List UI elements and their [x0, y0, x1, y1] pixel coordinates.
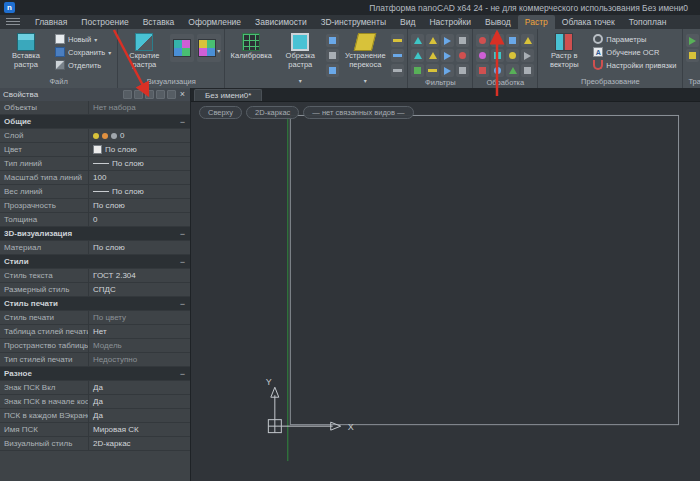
grid-icon[interactable] [145, 90, 154, 99]
props-section-header[interactable]: Стили [0, 255, 190, 269]
tool-icon[interactable] [506, 49, 519, 62]
ribbon-button[interactable] [170, 34, 194, 62]
property-row[interactable]: Тип линийПо слою [0, 157, 190, 171]
property-row[interactable]: ОбъектыНет набора [0, 101, 190, 115]
ribbon-button[interactable]: Новый [52, 33, 114, 45]
tool-icon[interactable] [441, 49, 454, 62]
ribbon-button[interactable]: Параметры [590, 33, 679, 45]
gear-icon[interactable] [167, 90, 176, 99]
tool-icon[interactable] [411, 64, 424, 77]
property-row[interactable]: Слой0 [0, 129, 190, 143]
property-row[interactable]: МатериалПо слою [0, 241, 190, 255]
property-row[interactable]: Имя ПСКМировая СК [0, 423, 190, 437]
tool-icon[interactable] [476, 49, 489, 62]
pin-icon[interactable] [156, 90, 165, 99]
tool-icon[interactable] [426, 49, 439, 62]
cursor-icon[interactable] [123, 90, 132, 99]
property-row[interactable]: Знак ПСК в начале коор...Да [0, 395, 190, 409]
drawing-canvas[interactable]: Сверху 2D-каркас — нет связанных видов —… [191, 102, 700, 481]
ribbon-button[interactable] [197, 34, 221, 62]
ribbon-button[interactable]: Растр в векторы [541, 31, 587, 69]
property-row[interactable]: Знак ПСК ВклДа [0, 381, 190, 395]
tool-icon[interactable] [411, 34, 424, 47]
tool-icon[interactable] [456, 49, 469, 62]
menu-tab[interactable]: 3D-инструменты [314, 15, 393, 29]
tool-icon[interactable] [506, 64, 519, 77]
menu-tab[interactable]: Растр [518, 15, 555, 29]
tool-icon[interactable] [476, 34, 489, 47]
property-row[interactable]: Тип стилей печатиНедоступно [0, 353, 190, 367]
ribbon-button[interactable]: Сохранить [52, 46, 114, 58]
tool-icon[interactable] [391, 34, 404, 47]
tool-icon[interactable] [686, 34, 699, 47]
ribbon-button[interactable]: Вставка растра [3, 31, 49, 69]
document-tab[interactable]: Без имени0* [194, 89, 262, 101]
tool-icon[interactable] [476, 64, 489, 77]
hamburger-menu-icon[interactable] [6, 18, 20, 27]
tool-icon[interactable] [411, 49, 424, 62]
tool-icon[interactable] [391, 64, 404, 77]
menu-tab[interactable]: Топоплан [622, 15, 674, 29]
app-logo-icon[interactable]: n [4, 2, 15, 13]
tool-icon[interactable] [391, 49, 404, 62]
props-section-header[interactable]: Разное [0, 367, 190, 381]
tool-icon[interactable] [426, 34, 439, 47]
property-row[interactable]: Таблица стилей печатиНет [0, 325, 190, 339]
property-row[interactable]: Стиль текстаГОСТ 2.304 [0, 269, 190, 283]
tool-icon[interactable] [326, 64, 339, 77]
props-section-header[interactable]: 3D-визуализация [0, 227, 190, 241]
tool-icon[interactable] [491, 34, 504, 47]
ribbon-group: Трассировка [683, 29, 700, 88]
menu-tab[interactable]: Зависимости [248, 15, 314, 29]
linked-views-button[interactable]: — нет связанных видов — [303, 106, 413, 119]
tool-icon[interactable] [521, 64, 534, 77]
menu-tab[interactable]: Оформление [181, 15, 248, 29]
tool-icon[interactable] [506, 34, 519, 47]
tool-icon[interactable] [441, 64, 454, 77]
property-row[interactable]: Стиль печатиПо цвету [0, 311, 190, 325]
menu-tab[interactable]: Построение [74, 15, 135, 29]
tool-icon[interactable] [521, 34, 534, 47]
ribbon-button[interactable]: Калибровка [228, 31, 274, 61]
property-row[interactable]: Масштаб типа линий100 [0, 171, 190, 185]
menu-tab[interactable]: Вид [393, 15, 422, 29]
tool-icon[interactable] [491, 64, 504, 77]
close-icon[interactable] [178, 90, 187, 99]
ribbon-button[interactable]: Отделить [52, 59, 114, 71]
menu-tab[interactable]: Главная [28, 15, 74, 29]
tool-icon[interactable] [686, 49, 699, 62]
property-row[interactable]: ПСК в каждом ВЭкранеДа [0, 409, 190, 423]
tool-icon[interactable] [441, 34, 454, 47]
filter-icon[interactable] [134, 90, 143, 99]
property-row[interactable]: Визуальный стиль2D-каркас [0, 437, 190, 451]
tool-icon[interactable] [521, 49, 534, 62]
menu-tab[interactable]: Вставка [136, 15, 182, 29]
menu-tab[interactable]: Вывод [478, 15, 518, 29]
ribbon-button[interactable]: Обучение OCR [590, 46, 679, 58]
props-section-header[interactable]: Общие [0, 115, 190, 129]
property-row[interactable]: ПрозрачностьПо слою [0, 199, 190, 213]
tool-icon[interactable] [456, 34, 469, 47]
tool-icon[interactable] [326, 34, 339, 47]
menu-tab[interactable]: Облака точек [555, 15, 622, 29]
property-row[interactable]: Вес линийПо слою [0, 185, 190, 199]
property-row[interactable]: Толщина0 [0, 213, 190, 227]
tool-icon[interactable] [326, 49, 339, 62]
props-section-header[interactable]: Стиль печати [0, 297, 190, 311]
title-bar: n Платформа nanoCAD x64 24 - не для комм… [0, 0, 700, 15]
tool-icon[interactable] [426, 64, 439, 77]
tool-icon[interactable] [491, 49, 504, 62]
menu-tab[interactable]: Настройки [422, 15, 478, 29]
tool-icon[interactable] [456, 64, 469, 77]
property-label: Таблица стилей печати [0, 325, 88, 338]
property-value: Да [88, 381, 190, 394]
ribbon-button[interactable]: Скрытие растра [121, 31, 167, 69]
property-row[interactable]: ЦветПо слою [0, 143, 190, 157]
visual-style-button[interactable]: 2D-каркас [246, 106, 299, 119]
property-row[interactable]: Размерный стильСПДС [0, 283, 190, 297]
ribbon-button[interactable]: Настройки привязки [590, 59, 679, 71]
view-orientation-button[interactable]: Сверху [199, 106, 242, 119]
ribbon-button[interactable]: Устранение перекоса [342, 31, 388, 87]
property-row[interactable]: Пространство таблицы с...Модель [0, 339, 190, 353]
ribbon-button[interactable]: Обрезка растра [277, 31, 323, 87]
